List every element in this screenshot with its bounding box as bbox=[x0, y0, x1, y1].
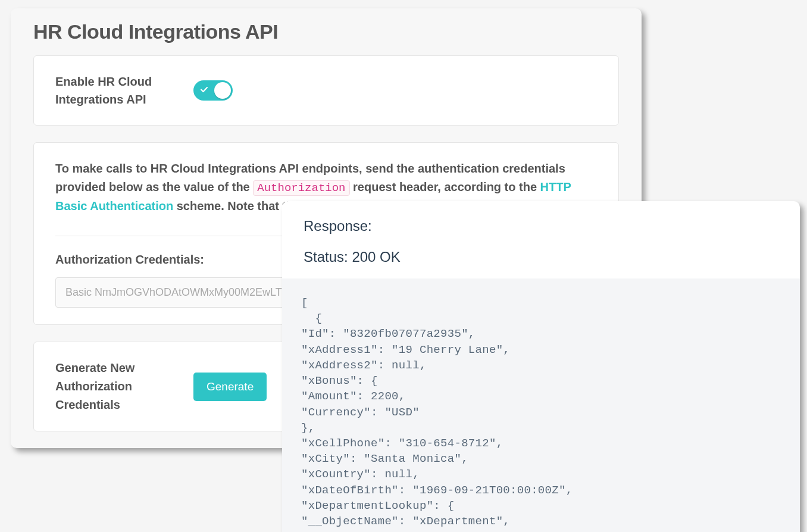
response-title: Response: bbox=[304, 218, 778, 234]
authorization-code-inline: Authorization bbox=[253, 180, 349, 196]
enable-card: Enable HR Cloud Integrations API bbox=[33, 55, 619, 126]
response-body: [ { "Id": "8320fb07077a2935", "xAddress1… bbox=[282, 278, 800, 532]
info-text-mid: request header, according to the bbox=[350, 180, 540, 193]
response-header: Response: Status: 200 OK bbox=[282, 201, 800, 278]
page-title: HR Cloud Integrations API bbox=[33, 20, 619, 43]
toggle-knob bbox=[214, 82, 231, 99]
enable-toggle[interactable] bbox=[193, 80, 233, 101]
status-title: Status: 200 OK bbox=[304, 249, 778, 265]
generate-label: Generate New Authorization Credentials bbox=[55, 359, 193, 414]
response-panel: Response: Status: 200 OK [ { "Id": "8320… bbox=[282, 201, 800, 532]
enable-label: Enable HR Cloud Integrations API bbox=[55, 73, 193, 108]
generate-button[interactable]: Generate bbox=[193, 373, 267, 401]
enable-toggle-row: Enable HR Cloud Integrations API bbox=[55, 73, 597, 108]
check-icon bbox=[200, 86, 208, 96]
